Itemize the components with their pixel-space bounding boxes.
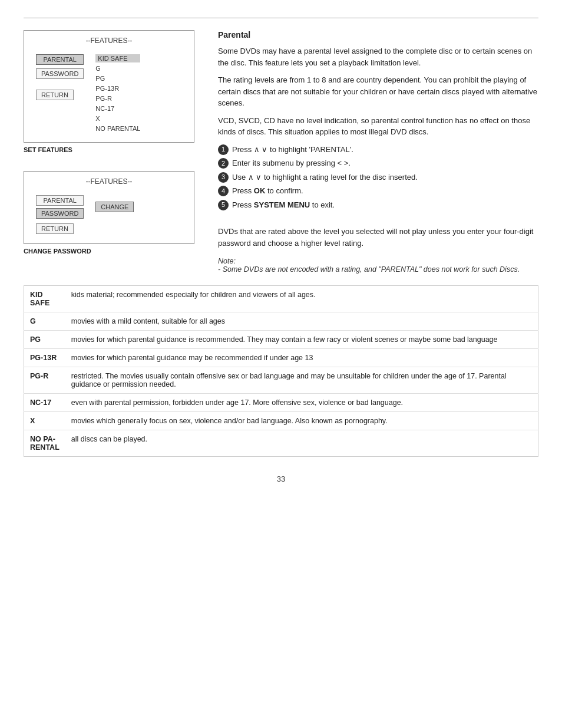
step-1: 1 Press ∧ ∨ to highlight 'PARENTAL'. — [218, 144, 538, 156]
rating-code-1: G — [24, 312, 65, 331]
note-title: Note: — [218, 257, 538, 265]
feature-box-1-title: --FEATURES-- — [30, 37, 188, 45]
no-parental-item[interactable]: NO PARENTAL — [95, 124, 140, 133]
feature-box-1-left: PARENTAL PASSWORD RETURN — [36, 54, 84, 133]
parental-btn-1[interactable]: PARENTAL — [36, 54, 84, 65]
step-5-icon: 5 — [218, 200, 229, 210]
feature-box-1: --FEATURES-- PARENTAL PASSWORD RETURN KI… — [24, 30, 194, 143]
rating-row-7: NO PA- RENTALall discs can be played. — [24, 430, 538, 457]
step-3-icon: 3 — [218, 172, 229, 183]
set-features-label: SET FEATURES — [24, 146, 200, 153]
rating-code-5: NC-17 — [24, 394, 65, 412]
parental-title: Parental — [218, 30, 538, 39]
step-1-icon: 1 — [218, 144, 229, 155]
feature-box-1-right: KID SAFE G PG PG-13R PG-R NC-17 X NO PAR… — [95, 54, 140, 133]
right-column: Parental Some DVDs may have a parental l… — [218, 30, 538, 274]
pg13r-item[interactable]: PG-13R — [95, 84, 140, 93]
top-border — [24, 18, 538, 18]
step-2-text: Enter its submenu by pressing < >. — [232, 157, 351, 169]
rating-code-4: PG-R — [24, 367, 65, 394]
nc17-item[interactable]: NC-17 — [95, 104, 140, 113]
page: --FEATURES-- PARENTAL PASSWORD RETURN KI… — [0, 0, 562, 728]
intro-text-1: Some DVDs may have a parental level assi… — [218, 45, 538, 68]
left-column: --FEATURES-- PARENTAL PASSWORD RETURN KI… — [24, 30, 200, 274]
rating-row-4: PG-Rrestricted. The movies usually conta… — [24, 367, 538, 394]
step-1-text: Press ∧ ∨ to highlight 'PARENTAL'. — [232, 144, 353, 156]
rating-row-1: Gmovies with a mild content, suitable fo… — [24, 312, 538, 331]
steps-list: 1 Press ∧ ∨ to highlight 'PARENTAL'. 2 E… — [218, 144, 538, 211]
dvd-text: DVDs that are rated above the level you … — [218, 226, 538, 249]
rating-desc-6: movies which generally focus on sex, vio… — [65, 412, 538, 430]
pgr-item[interactable]: PG-R — [95, 94, 140, 103]
note-block: Note: - Some DVDs are not encoded with a… — [218, 257, 538, 274]
rating-desc-3: movies for which parental guidance may b… — [65, 349, 538, 367]
rating-code-0: KID SAFE — [24, 286, 65, 312]
step-5: 5 Press SYSTEM MENU to exit. — [218, 199, 538, 211]
note-text: - Some DVDs are not encoded with a ratin… — [218, 265, 538, 274]
rating-desc-0: kids material; recommended especially fo… — [65, 286, 538, 312]
g-item[interactable]: G — [95, 64, 140, 73]
intro-text-3: VCD, SVCD, CD have no level indication, … — [218, 115, 538, 138]
feature-box-2: --FEATURES-- PARENTAL PASSWORD CHANGE RE… — [24, 171, 194, 244]
rating-desc-4: restricted. The movies usually contain o… — [65, 367, 538, 394]
change-password-label: CHANGE PASSWORD — [24, 248, 200, 255]
kid-safe-item[interactable]: KID SAFE — [95, 54, 140, 62]
step-5-text: Press SYSTEM MENU to exit. — [232, 199, 335, 211]
rating-code-6: X — [24, 412, 65, 430]
rating-code-3: PG-13R — [24, 349, 65, 367]
feature-box-1-content: PARENTAL PASSWORD RETURN KID SAFE G PG P… — [30, 51, 188, 136]
pg-item[interactable]: PG — [95, 74, 140, 83]
rating-row-2: PGmovies for which parental guidance is … — [24, 331, 538, 349]
x-item[interactable]: X — [95, 114, 140, 123]
rating-row-6: Xmovies which generally focus on sex, vi… — [24, 412, 538, 430]
password-btn-2[interactable]: PASSWORD — [36, 208, 84, 219]
rating-row-0: KID SAFEkids material; recommended espec… — [24, 286, 538, 312]
main-layout: --FEATURES-- PARENTAL PASSWORD RETURN KI… — [24, 30, 538, 274]
rating-desc-1: movies with a mild content, suitable for… — [65, 312, 538, 331]
step-3-text: Use ∧ ∨ to highlight a rating level for … — [232, 172, 418, 183]
rating-row-3: PG-13Rmovies for which parental guidance… — [24, 349, 538, 367]
fb2-row-1: PARENTAL PASSWORD CHANGE — [36, 195, 182, 219]
intro-text-2: The rating levels are from 1 to 8 and ar… — [218, 74, 538, 109]
fb2-left-col: PARENTAL PASSWORD — [36, 195, 84, 219]
feature-box-2-content: PARENTAL PASSWORD CHANGE RETURN — [30, 192, 188, 238]
step-3: 3 Use ∧ ∨ to highlight a rating level fo… — [218, 172, 538, 183]
rating-row-5: NC-17even with parental permission, forb… — [24, 394, 538, 412]
step-2: 2 Enter its submenu by pressing < >. — [218, 157, 538, 169]
page-number: 33 — [24, 475, 538, 483]
return-btn-2[interactable]: RETURN — [36, 223, 74, 234]
rating-code-2: PG — [24, 331, 65, 349]
step-2-icon: 2 — [218, 158, 229, 169]
rating-desc-5: even with parental permission, forbidden… — [65, 394, 538, 412]
step-4: 4 Press OK to confirm. — [218, 185, 538, 197]
rating-table: KID SAFEkids material; recommended espec… — [24, 285, 538, 457]
step-4-icon: 4 — [218, 186, 229, 196]
change-btn[interactable]: CHANGE — [95, 202, 134, 212]
step-4-text: Press OK to confirm. — [232, 185, 303, 197]
return-btn-1[interactable]: RETURN — [36, 90, 74, 100]
feature-box-2-title: --FEATURES-- — [30, 177, 188, 186]
password-btn-1[interactable]: PASSWORD — [36, 68, 84, 79]
parental-btn-2[interactable]: PARENTAL — [36, 195, 84, 206]
rating-desc-7: all discs can be played. — [65, 430, 538, 457]
rating-code-7: NO PA- RENTAL — [24, 430, 65, 457]
rating-desc-2: movies for which parental guidance is re… — [65, 331, 538, 349]
